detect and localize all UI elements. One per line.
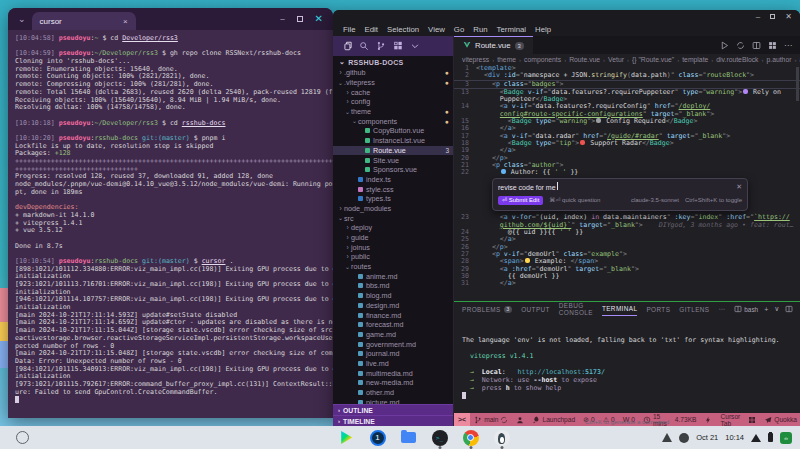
notification-app-icon[interactable] <box>662 433 672 442</box>
panel-tab-ports[interactable]: PORTS <box>646 302 670 316</box>
notification-app-icon-2[interactable] <box>679 433 689 443</box>
search-view-icon[interactable] <box>359 41 369 51</box>
tree-item-node_modules[interactable]: ›node_modules <box>333 204 453 214</box>
menu-run[interactable]: Run <box>469 25 491 34</box>
section-outline[interactable]: ›OUTLINE <box>333 404 453 415</box>
tree-item-design.md[interactable]: design.md <box>333 301 453 311</box>
tree-item-multimedia.md[interactable]: multimedia.md <box>333 368 453 378</box>
breadcrumb-item[interactable]: {} "Route.vue" <box>632 56 674 63</box>
breadcrumb-item[interactable]: Vetur <box>608 56 624 63</box>
chevdown-icon[interactable]: ∨ <box>774 305 779 313</box>
chrome-app-icon[interactable] <box>462 429 479 446</box>
tray-time[interactable]: 10:14 <box>725 433 744 442</box>
tree-item-routes[interactable]: ⌄routes <box>333 262 453 272</box>
quick-question-button[interactable]: ⌘⏎ quick question <box>549 197 600 204</box>
tree-item-index.ts[interactable]: index.ts <box>333 175 453 185</box>
tree-item-src[interactable]: ⌄src <box>333 213 453 223</box>
menu-view[interactable]: View <box>424 25 449 34</box>
penguin-app-icon[interactable] <box>493 429 510 446</box>
submit-edit-button[interactable]: ⏎ Submit Edit <box>498 196 543 205</box>
panel-tab-terminal[interactable]: TERMINAL <box>602 302 638 316</box>
tree-item-Site.vue[interactable]: Site.vue <box>333 155 453 165</box>
tree-item-finance.md[interactable]: finance.md <box>333 310 453 320</box>
breadcrumb-item[interactable]: Route.vue <box>569 56 600 63</box>
system-tray[interactable]: Oct 21 10:14 ‹› <box>662 426 792 449</box>
panel-tab-gitlens[interactable]: GITLENS <box>679 302 709 316</box>
menu-go[interactable]: Go <box>450 25 468 34</box>
tree-item-style.css[interactable]: style.css <box>333 184 453 194</box>
wifi-icon[interactable] <box>751 434 761 442</box>
tree-item-Route.vue[interactable]: Route.vue3 <box>333 146 453 156</box>
menu-terminal[interactable]: Terminal <box>493 25 530 34</box>
tree-item-.github[interactable]: ›.github● <box>333 68 453 78</box>
tree-item-cache[interactable]: ›cache <box>333 87 453 97</box>
tree-item-anime.md[interactable]: anime.md <box>333 271 453 281</box>
tree-item-journal.md[interactable]: journal.md <box>333 349 453 359</box>
close-icon[interactable]: ✕ <box>736 183 742 190</box>
menu-file[interactable]: File <box>339 25 360 34</box>
menu-selection[interactable]: Selection <box>383 25 423 34</box>
maximize-button[interactable] <box>770 14 775 19</box>
panel-tab-output[interactable]: OUTPUT <box>521 302 550 316</box>
tree-item-bbs.md[interactable]: bbs.md <box>333 281 453 291</box>
terminal-menu-icon[interactable]: ⌄ <box>18 14 26 24</box>
menu-edit[interactable]: Edit <box>361 25 382 34</box>
one-password-app-icon[interactable]: 1 <box>369 429 386 446</box>
minimize-button[interactable]: – <box>756 13 760 21</box>
more-action-icon[interactable]: ⋯ <box>784 41 792 50</box>
plus-icon[interactable]: + <box>764 306 768 313</box>
terminal-app-app-icon[interactable]: >_ <box>431 429 448 446</box>
menu-help[interactable]: Help <box>531 25 555 34</box>
maximize-button[interactable] <box>297 16 303 22</box>
code-status-badge[interactable]: ‹› <box>780 432 792 444</box>
git-branch-view-icon[interactable] <box>376 41 386 51</box>
tree-item-.vitepress[interactable]: ⌄.vitepress● <box>333 78 453 88</box>
breadcrumb-item[interactable]: components <box>524 56 561 63</box>
split-action-icon[interactable] <box>752 41 761 50</box>
battery-icon[interactable] <box>768 433 773 442</box>
extensions-view-icon[interactable] <box>393 41 403 51</box>
terminal-output[interactable]: [10:04:58] pseudoyu:~ $ cd Developer/rss… <box>8 30 333 409</box>
minimize-button[interactable]: – <box>280 15 284 23</box>
breadcrumb-item[interactable]: div.routeBlock <box>716 56 758 63</box>
sync-action-icon[interactable] <box>736 41 745 50</box>
tree-item-picture.md[interactable]: picture.md <box>333 397 453 404</box>
tree-item-components[interactable]: ⌄components● <box>333 116 453 126</box>
model-selector[interactable]: claude-3.5-sonnet <box>631 197 679 204</box>
panel-tab-debug-console[interactable]: DEBUG CONSOLE <box>559 302 593 316</box>
tree-item-guide[interactable]: ›guide <box>333 233 453 243</box>
tree-item-Sponsors.vue[interactable]: Sponsors.vue <box>333 165 453 175</box>
breadcrumb-item[interactable]: p.author <box>767 56 792 63</box>
tree-item-live.md[interactable]: live.md <box>333 359 453 369</box>
tree-item-deploy[interactable]: ›deploy <box>333 223 453 233</box>
close-button[interactable]: ✕ <box>315 14 323 24</box>
integrated-terminal[interactable]: The language 'env' is not loaded, fallin… <box>454 316 800 426</box>
tree-item-config[interactable]: ›config <box>333 97 453 107</box>
tree-item-government.md[interactable]: government.md <box>333 339 453 349</box>
tree-item-CopyButton.vue[interactable]: CopyButton.vue <box>333 126 453 136</box>
breadcrumb-item[interactable]: template <box>682 56 708 63</box>
tree-item-blog.md[interactable]: blog.md <box>333 291 453 301</box>
tree-item-InstanceList.vue[interactable]: InstanceList.vue <box>333 136 453 146</box>
tree-item-forecast.md[interactable]: forecast.md <box>333 320 453 330</box>
breadcrumb-item[interactable]: theme <box>497 56 516 63</box>
terminal-profile-label[interactable]: bash <box>734 305 758 313</box>
tray-date[interactable]: Oct 21 <box>696 433 718 442</box>
files-app-app-icon[interactable] <box>400 429 417 446</box>
play-store-app-icon[interactable] <box>338 429 355 446</box>
explorer-header[interactable]: ⌄ RSSHUB-DOCS <box>333 56 453 68</box>
panel-tab-problems[interactable]: PROBLEMS3 <box>462 302 512 316</box>
tree-item-types.ts[interactable]: types.ts <box>333 194 453 204</box>
chevron-down-icon[interactable] <box>410 41 420 51</box>
code-editor[interactable]: 1<template>2 <div :id="namespace + JSON.… <box>454 65 800 301</box>
section-timeline[interactable]: ›TIMELINE <box>333 415 453 426</box>
tree-item-new-media.md[interactable]: new-media.md <box>333 378 453 388</box>
tab-route-vue[interactable]: Route.vue 3 <box>454 36 533 54</box>
editor-scrollbar[interactable] <box>796 67 799 101</box>
tab-close-icon[interactable]: × <box>123 17 128 26</box>
panel-tab-⋯[interactable]: ⋯ <box>718 302 725 316</box>
breadcrumb-item[interactable]: vitepress <box>462 56 489 63</box>
tree-item-public[interactable]: ›public <box>333 252 453 262</box>
tree-item-game.md[interactable]: game.md <box>333 330 453 340</box>
split-icon[interactable] <box>785 305 793 313</box>
